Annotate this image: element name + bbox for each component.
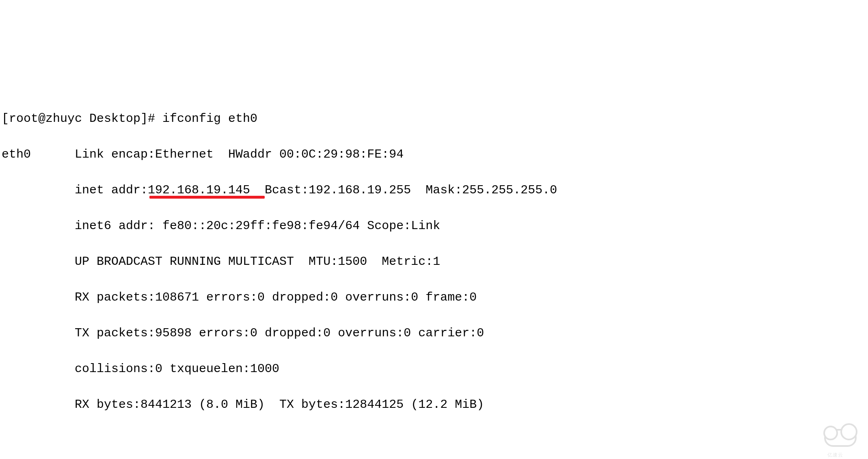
out1-l1: eth0 Link encap:Ethernet HWaddr 00:0C:29… xyxy=(2,145,866,163)
cloud-icon xyxy=(824,429,857,447)
terminal-output: [root@zhuyc Desktop]# ifconfig eth0 eth0… xyxy=(0,89,868,459)
out1-l7: collisions:0 txqueuelen:1000 xyxy=(2,360,866,378)
out1-l2a: inet addr: xyxy=(2,183,148,197)
cmd-line-1: [root@zhuyc Desktop]# ifconfig eth0 xyxy=(2,110,866,128)
out1-l6: TX packets:95898 errors:0 dropped:0 over… xyxy=(2,324,866,342)
out1-l5: RX packets:108671 errors:0 dropped:0 ove… xyxy=(2,288,866,306)
out1-l4: UP BROADCAST RUNNING MULTICAST MTU:1500 … xyxy=(2,253,866,271)
shell-prompt: [root@zhuyc Desktop]# xyxy=(2,112,162,126)
out1-l3: inet6 addr: fe80::20c:29ff:fe98:fe94/64 … xyxy=(2,217,866,235)
out1-l2b: Bcast:192.168.19.255 Mask:255.255.255.0 xyxy=(250,183,557,197)
watermark-text: 亿速云 xyxy=(827,446,843,459)
watermark-logo: 亿速云 xyxy=(824,427,858,453)
typed-command: ifconfig eth0 xyxy=(162,112,257,126)
blank-line xyxy=(2,431,866,449)
out1-l2: inet addr:192.168.19.145 Bcast:192.168.1… xyxy=(2,181,866,199)
out1-inet-addr: 192.168.19.145 xyxy=(148,183,250,197)
highlight-underline-1 xyxy=(149,196,265,199)
out1-l8: RX bytes:8441213 (8.0 MiB) TX bytes:1284… xyxy=(2,396,866,414)
